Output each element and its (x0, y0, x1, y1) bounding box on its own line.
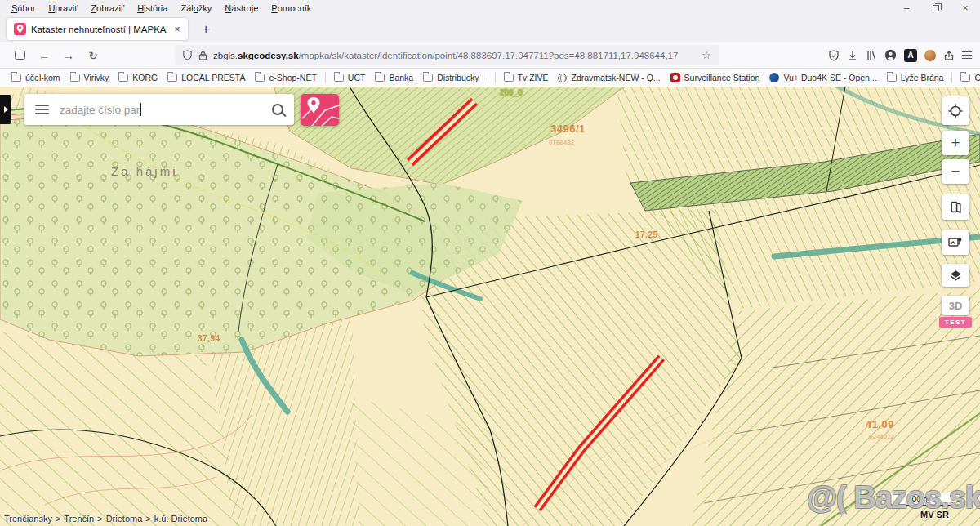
triangle-right-icon (4, 106, 8, 113)
minimize-button[interactable]: – (892, 0, 921, 16)
bookmark-label: Surveillance Station (684, 73, 760, 82)
menu-item[interactable]: Záložky (174, 2, 218, 15)
camera-icon (670, 73, 680, 82)
bookmark-label: Vu+ Duo4K SE - Open... (783, 73, 876, 82)
bookmark-item[interactable]: e-Shop-NET (250, 71, 321, 84)
new-tab-button[interactable]: + (198, 22, 215, 37)
parcel-search-box[interactable]: zadajte číslo par (24, 94, 294, 125)
breadcrumb-item[interactable]: Trenčín (64, 514, 94, 524)
url-prefix: zbgis. (213, 51, 238, 60)
breadcrumb-item[interactable]: Drietoma (106, 514, 143, 524)
protections-shield-icon[interactable] (828, 50, 840, 61)
3d-view-button[interactable]: 3D (942, 296, 969, 315)
folder-icon (960, 74, 970, 82)
bookmark-label: LOCAL PRESTA (181, 73, 245, 82)
menu-item[interactable]: Nástroje (218, 2, 265, 15)
bookmarks-separator (951, 72, 952, 83)
bookmark-item[interactable]: Surveillance Station (666, 71, 765, 84)
bookmarks-separator (325, 72, 326, 83)
bookmark-item[interactable]: Banka (370, 71, 418, 84)
layers-button[interactable] (942, 264, 969, 287)
pages-icon (949, 200, 963, 214)
bookmark-items: účel-komVirivkyKORGLOCAL PRESTAe-Shop-NE… (7, 71, 980, 84)
attribution: MV SR (920, 510, 949, 519)
browser-tab[interactable]: Kataster nehnuteľností | MAPKA × (7, 18, 188, 40)
scale-label: 100 m (907, 495, 930, 504)
bookmark-item[interactable]: Virivky (65, 71, 114, 84)
bookmarks-bar: účel-komVirivkyKORGLOCAL PRESTAe-Shop-NE… (0, 69, 980, 87)
download-icon[interactable] (847, 50, 858, 61)
navigation-bar: ← → ↻ zbgis.skgeodesy.sk/mapka/sk/katast… (0, 42, 980, 69)
map-pin-image-icon (948, 235, 963, 249)
reload-button[interactable]: ↻ (82, 46, 105, 65)
menu-item[interactable]: Súbor (5, 2, 42, 15)
bookmark-item[interactable]: UCT (329, 71, 371, 84)
menu-bar: SúborUpraviťZobraziťHistóriaZáložkyNástr… (0, 0, 980, 16)
bookmark-item[interactable]: Lyže Brána (882, 71, 949, 84)
share-icon[interactable] (943, 50, 955, 61)
window-controls: – × (892, 0, 980, 16)
breadcrumb-item[interactable]: Trenčiansky (4, 514, 52, 524)
bookmark-item[interactable]: KORG (114, 71, 163, 84)
menu-item[interactable]: História (131, 2, 174, 15)
url-domain: skgeodesy.sk (238, 51, 299, 60)
dark-reader-icon[interactable]: A (904, 49, 917, 62)
parcel-search-input[interactable]: zadajte číslo par (60, 103, 261, 116)
folder-icon (504, 74, 514, 82)
breadcrumb-item[interactable]: k.ú. Drietoma (154, 514, 207, 524)
bookmark-item[interactable]: Distribucky (418, 71, 483, 84)
cadastral-map[interactable] (0, 87, 980, 526)
zoom-out-button[interactable]: − (942, 159, 969, 184)
legend-button[interactable] (942, 194, 969, 220)
bookmark-label: účel-kom (25, 73, 60, 82)
folder-icon (423, 74, 433, 82)
bookmark-item[interactable]: Vu+ Duo4K SE - Open... (764, 71, 881, 84)
bookmark-item[interactable]: Tv ZIVE (499, 71, 554, 84)
bookmark-star-icon[interactable]: ☆ (702, 49, 711, 61)
locate-me-button[interactable] (942, 96, 969, 125)
browser-window: SúborUpraviťZobraziťHistóriaZáložkyNástr… (0, 0, 980, 526)
scale-bar: 100 m (886, 493, 951, 506)
bookmark-label: CAM (974, 73, 980, 82)
menu-item[interactable]: Zobraziť (84, 2, 131, 15)
bookmark-item[interactable]: Zdravmatsk-NEW - Q... (553, 71, 665, 84)
folder-icon (11, 74, 21, 82)
bookmark-item[interactable]: CAM (956, 71, 980, 84)
folder-icon (118, 74, 128, 82)
mapka-logo[interactable] (301, 94, 339, 126)
extension-emoji-icon[interactable] (924, 50, 936, 61)
vu-icon (769, 73, 779, 82)
search-icon[interactable] (272, 104, 283, 115)
forward-button[interactable]: → (57, 46, 80, 65)
layers-icon (949, 270, 963, 282)
bookmark-label: Zdravmatsk-NEW - Q... (571, 73, 660, 82)
firefox-view-icon[interactable] (8, 46, 31, 65)
url-text: zbgis.skgeodesy.sk/mapka/sk/kataster/ide… (213, 51, 678, 60)
restore-button[interactable] (921, 0, 951, 16)
menu-item[interactable]: Pomocník (265, 2, 318, 15)
tab-close-icon[interactable]: × (175, 24, 180, 35)
sidebar-expand-button[interactable] (0, 95, 11, 124)
bookmark-label: Tv ZIVE (518, 73, 549, 82)
zoom-in-button[interactable]: + (942, 131, 969, 155)
back-button[interactable]: ← (33, 46, 56, 65)
text-caret (140, 103, 141, 116)
close-button[interactable]: × (951, 0, 980, 16)
breadcrumb-separator: > (97, 514, 102, 524)
search-placeholder: zadajte číslo par (60, 104, 140, 116)
map-area[interactable]: 209_03496/10766432Za hájmi37,9417,2541,0… (0, 87, 980, 526)
menu-item[interactable]: Upraviť (42, 2, 84, 15)
breadcrumb-separator: > (145, 514, 150, 524)
app-menu-icon[interactable] (962, 49, 972, 60)
bookmarks-separator (495, 72, 496, 83)
folder-icon (334, 74, 344, 82)
bookmark-item[interactable]: LOCAL PRESTA (163, 71, 250, 84)
url-bar[interactable]: zbgis.skgeodesy.sk/mapka/sk/kataster/ide… (175, 45, 719, 65)
folder-icon (887, 74, 897, 82)
basemap-button[interactable] (942, 230, 969, 255)
lock-icon (198, 51, 207, 60)
menu-icon[interactable] (35, 102, 49, 118)
account-icon[interactable] (884, 49, 897, 61)
library-icon[interactable] (866, 50, 877, 61)
bookmark-item[interactable]: účel-kom (7, 71, 65, 84)
